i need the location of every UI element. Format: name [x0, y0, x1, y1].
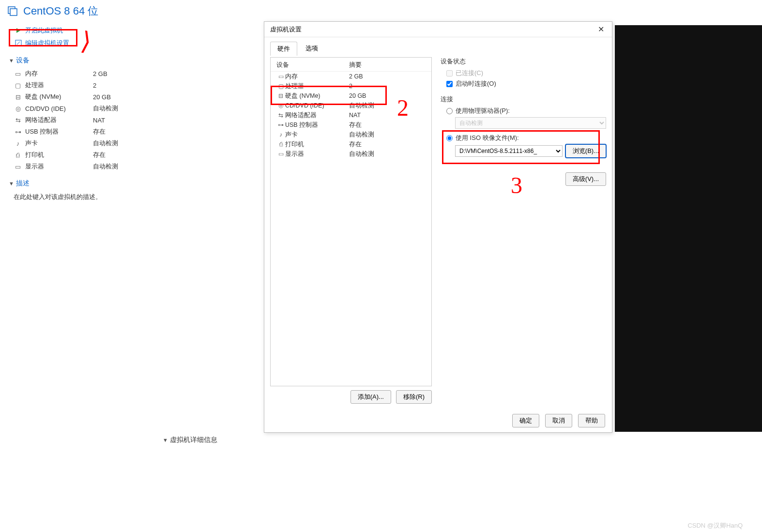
- dialog-title: 虚拟机设置: [270, 25, 302, 34]
- hardware-list-frame: 设备 摘要 ▭内存2 GB▢处理器2⊟硬盘 (NVMe)20 GB◎CD/DVD…: [270, 57, 432, 386]
- device-row[interactable]: ⊟硬盘 (NVMe)20 GB: [14, 91, 162, 103]
- device-name: USB 控制器: [25, 127, 93, 136]
- device-name: 硬盘 (NVMe): [25, 92, 93, 101]
- device-row[interactable]: ▭内存2 GB: [14, 68, 162, 79]
- connection-group: 连接: [441, 95, 606, 104]
- use-physical-radio[interactable]: [446, 108, 453, 114]
- device-value: NAT: [93, 117, 105, 124]
- sound-icon: ♪: [276, 131, 285, 138]
- net-icon: ⇆: [14, 116, 22, 124]
- connected-label: 已连接(C): [456, 69, 483, 77]
- dialog-titlebar: 虚拟机设置 ✕: [264, 22, 612, 37]
- iso-path-select[interactable]: D:\VM\CentOS-8.5.2111-x86_: [455, 145, 563, 157]
- cd-icon: ◎: [276, 102, 285, 109]
- advanced-button[interactable]: 高级(V)...: [565, 172, 606, 186]
- device-value: 2 GB: [93, 70, 107, 77]
- devices-section-label: 设备: [16, 56, 30, 65]
- hardware-value: 存在: [349, 121, 362, 129]
- hardware-name: 网络适配器: [285, 111, 349, 120]
- play-icon: [15, 27, 22, 34]
- cpu-icon: ▢: [14, 81, 22, 89]
- ok-button[interactable]: 确定: [512, 414, 539, 427]
- hardware-name: CD/DVD (IDE): [285, 102, 349, 109]
- remove-hardware-button[interactable]: 移除(R): [396, 390, 432, 404]
- description-placeholder[interactable]: 在此处键入对该虚拟机的描述。: [0, 190, 162, 201]
- hardware-row[interactable]: ♪声卡自动检测: [271, 130, 431, 139]
- printer-icon: ⎙: [276, 141, 285, 148]
- chevron-down-icon: ▼: [9, 58, 14, 63]
- close-icon[interactable]: ✕: [596, 25, 606, 34]
- display-icon: ▭: [14, 163, 22, 170]
- hardware-row[interactable]: ⇆网络适配器NAT: [271, 110, 431, 120]
- devices-section-header[interactable]: ▼ 设备: [0, 49, 162, 67]
- connect-at-power-label: 启动时连接(O): [456, 79, 496, 88]
- use-iso-label: 使用 ISO 映像文件(M):: [456, 134, 519, 142]
- hardware-row[interactable]: ▢处理器2: [271, 81, 431, 91]
- hardware-row[interactable]: ◎CD/DVD (IDE)自动检测: [271, 101, 431, 110]
- hardware-row[interactable]: ⊟硬盘 (NVMe)20 GB: [271, 91, 431, 101]
- connected-checkbox: [446, 70, 453, 76]
- edit-settings-link[interactable]: 编辑虚拟机设置: [15, 37, 162, 49]
- use-physical-label: 使用物理驱动器(P):: [456, 106, 510, 115]
- hardware-name: 内存: [285, 73, 349, 81]
- edit-settings-label: 编辑虚拟机设置: [25, 39, 69, 47]
- hardware-value: 自动检测: [349, 102, 374, 110]
- vm-settings-dialog: 虚拟机设置 ✕ 硬件 选项 设备 摘要 ▭内存2 GB▢处理器2⊟硬盘 (NVM…: [264, 21, 612, 433]
- cancel-button[interactable]: 取消: [545, 414, 572, 427]
- hardware-row[interactable]: ⎙打印机存在: [271, 139, 431, 149]
- hardware-name: 显示器: [285, 150, 349, 158]
- power-on-label: 开启此虚拟机: [25, 26, 63, 35]
- chevron-down-icon: ▼: [163, 437, 168, 443]
- device-name: 处理器: [25, 81, 93, 90]
- cpu-icon: ▢: [276, 83, 285, 90]
- hardware-row[interactable]: ▭内存2 GB: [271, 72, 431, 81]
- hardware-value: 20 GB: [349, 92, 366, 99]
- cd-icon: ◎: [14, 105, 22, 112]
- tab-options[interactable]: 选项: [298, 41, 325, 55]
- device-row[interactable]: ▢处理器2: [14, 79, 162, 91]
- power-on-link[interactable]: 开启此虚拟机: [15, 24, 162, 37]
- edit-icon: [15, 39, 22, 47]
- browse-button[interactable]: 浏览(B)...: [565, 144, 606, 158]
- connect-at-power-row[interactable]: 启动时连接(O): [446, 79, 606, 88]
- vm-title-row: CentOS 8 64 位: [0, 0, 162, 22]
- device-value: 自动检测: [93, 104, 118, 113]
- connect-at-power-checkbox[interactable]: [446, 81, 453, 87]
- usb-icon: ⊶: [14, 128, 22, 136]
- display-icon: ▭: [276, 151, 285, 157]
- use-physical-radio-row[interactable]: 使用物理驱动器(P):: [446, 106, 606, 115]
- description-section-header[interactable]: ▼ 描述: [0, 172, 162, 190]
- add-hardware-button[interactable]: 添加(A)...: [351, 390, 391, 404]
- description-section-label: 描述: [16, 179, 30, 188]
- tabs-icon: [7, 5, 18, 17]
- chevron-down-icon: ▼: [9, 181, 14, 186]
- svg-rect-1: [10, 9, 17, 15]
- use-iso-radio[interactable]: [446, 135, 453, 141]
- hardware-value: 自动检测: [349, 131, 374, 139]
- vm-title: CentOS 8 64 位: [23, 4, 98, 18]
- hw-col-device: 设备: [276, 61, 349, 69]
- hardware-name: 声卡: [285, 131, 349, 139]
- connected-checkbox-row: 已连接(C): [446, 69, 606, 77]
- device-row[interactable]: ▭显示器自动检测: [14, 161, 162, 172]
- device-row[interactable]: ♪声卡自动检测: [14, 137, 162, 149]
- details-section-label: 虚拟机详细信息: [170, 436, 217, 444]
- usb-icon: ⊶: [276, 122, 285, 128]
- help-button[interactable]: 帮助: [578, 414, 605, 427]
- device-value: 存在: [93, 151, 106, 159]
- device-name: CD/DVD (IDE): [25, 105, 93, 112]
- hardware-name: 硬盘 (NVMe): [285, 92, 349, 100]
- use-iso-radio-row[interactable]: 使用 ISO 映像文件(M):: [446, 134, 606, 142]
- vm-console-area: [615, 25, 762, 432]
- watermark: CSDN @汉卿HanQ: [687, 521, 743, 530]
- hardware-row[interactable]: ⊶USB 控制器存在: [271, 120, 431, 130]
- device-row[interactable]: ⊶USB 控制器存在: [14, 126, 162, 137]
- device-row[interactable]: ⎙打印机存在: [14, 149, 162, 161]
- device-row[interactable]: ◎CD/DVD (IDE)自动检测: [14, 103, 162, 114]
- hardware-row[interactable]: ▭显示器自动检测: [271, 149, 431, 159]
- hardware-value: 自动检测: [349, 150, 374, 158]
- hardware-list[interactable]: ▭内存2 GB▢处理器2⊟硬盘 (NVMe)20 GB◎CD/DVD (IDE)…: [271, 72, 431, 159]
- details-section-header[interactable]: ▼ 虚拟机详细信息: [163, 436, 217, 444]
- tab-hardware[interactable]: 硬件: [270, 42, 297, 56]
- device-row[interactable]: ⇆网络适配器NAT: [14, 114, 162, 126]
